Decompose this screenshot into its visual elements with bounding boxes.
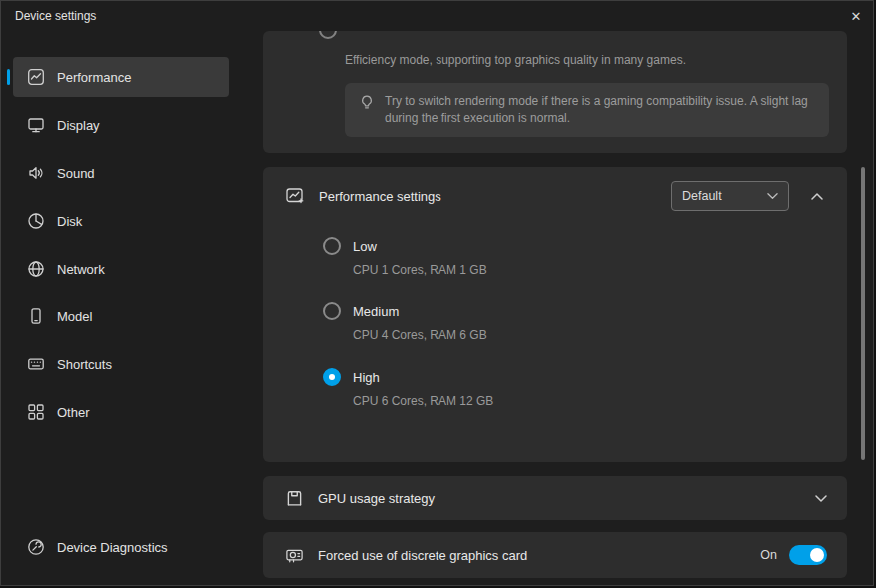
discrete-graphics-title: Forced use of discrete graphics card: [318, 548, 527, 563]
discrete-graphics-card: Forced use of discrete graphics card On: [263, 532, 847, 578]
gpu-usage-strategy-card[interactable]: GPU usage strategy: [263, 476, 847, 520]
performance-options: Low CPU 1 Cores, RAM 1 GB Medium CPU 4 C…: [263, 225, 847, 408]
device-diagnostics-button[interactable]: Device Diagnostics: [1, 527, 241, 567]
sidebar-item-label: Shortcuts: [57, 357, 112, 372]
titlebar: Device settings ✕: [1, 1, 873, 31]
option-medium-radio-row[interactable]: Medium: [323, 302, 847, 320]
shortcuts-icon: [27, 355, 45, 373]
chevron-down-icon: [767, 192, 778, 200]
chevron-up-icon: [811, 192, 823, 201]
option-medium: Medium CPU 4 Cores, RAM 6 GB: [323, 302, 847, 342]
sidebar-item-label: Network: [57, 262, 105, 277]
sound-icon: [27, 164, 45, 182]
sidebar-item-disk[interactable]: Disk: [13, 201, 229, 241]
network-icon: [27, 260, 45, 278]
option-high: High CPU 6 Cores, RAM 12 GB: [323, 368, 847, 408]
sidebar-item-shortcuts[interactable]: Shortcuts: [13, 344, 229, 384]
radio-selected-icon[interactable]: [323, 368, 341, 386]
performance-icon: [27, 68, 45, 86]
option-low-radio-row[interactable]: Low: [323, 237, 847, 255]
settings-content: Efficiency mode, supporting top graphics…: [241, 31, 873, 585]
sidebar-item-label: Other: [57, 405, 90, 420]
disk-icon: [27, 212, 45, 230]
sidebar-item-label: Performance: [57, 70, 131, 85]
option-low: Low CPU 1 Cores, RAM 1 GB: [323, 237, 847, 277]
display-icon: [27, 116, 45, 134]
performance-settings-card: Performance settings Default Low: [263, 167, 847, 462]
preset-dropdown[interactable]: Default: [671, 181, 789, 211]
diagnostics-icon: [27, 538, 45, 556]
sidebar-item-other[interactable]: Other: [13, 392, 229, 432]
graphics-card-icon: [285, 546, 304, 565]
sidebar: Performance Display Sound Disk Network M…: [1, 31, 241, 585]
expand-button[interactable]: [815, 494, 827, 503]
sidebar-item-label: Display: [57, 118, 100, 133]
option-detail: CPU 4 Cores, RAM 6 GB: [353, 328, 847, 342]
rendering-tip-box: Try to switch rendering mode if there is…: [345, 83, 829, 137]
rendering-mode-card: Efficiency mode, supporting top graphics…: [263, 31, 847, 153]
option-detail: CPU 6 Cores, RAM 12 GB: [353, 394, 847, 408]
toggle-knob: [810, 548, 824, 562]
gpu-strategy-title: GPU usage strategy: [318, 491, 435, 506]
window-title: Device settings: [15, 9, 96, 23]
sidebar-item-sound[interactable]: Sound: [13, 153, 229, 193]
option-label: Medium: [353, 304, 399, 319]
sidebar-item-network[interactable]: Network: [13, 249, 229, 289]
option-label: High: [353, 370, 380, 385]
sidebar-item-label: Disk: [57, 214, 82, 229]
model-icon: [27, 307, 45, 325]
rendering-mode-description: Efficiency mode, supporting top graphics…: [345, 53, 686, 67]
rendering-tip-text: Try to switch rendering mode if there is…: [385, 93, 815, 127]
performance-settings-header: Performance settings Default: [263, 167, 847, 225]
scrollbar-thumb[interactable]: [861, 167, 865, 460]
sidebar-item-performance[interactable]: Performance: [13, 57, 229, 97]
option-high-radio-row[interactable]: High: [323, 368, 847, 386]
preset-dropdown-value: Default: [682, 189, 722, 203]
rendering-mode-radio-partial[interactable]: [319, 31, 337, 39]
lightbulb-icon: [359, 94, 375, 110]
discrete-graphics-toggle[interactable]: [789, 545, 827, 565]
sidebar-item-model[interactable]: Model: [13, 296, 229, 336]
other-grid-icon: [27, 403, 45, 421]
radio-unselected-icon[interactable]: [323, 302, 341, 320]
sidebar-item-display[interactable]: Display: [13, 105, 229, 145]
gpu-strategy-icon: [285, 489, 304, 508]
performance-settings-title: Performance settings: [319, 189, 441, 204]
device-settings-window: Device settings ✕ Performance Display So…: [0, 0, 874, 586]
collapse-button[interactable]: [805, 184, 829, 208]
option-detail: CPU 1 Cores, RAM 1 GB: [353, 263, 847, 277]
sidebar-item-label: Sound: [57, 166, 95, 181]
footer-label: Device Diagnostics: [57, 540, 168, 555]
chevron-down-icon: [815, 494, 827, 503]
toggle-state-label: On: [760, 548, 777, 562]
close-icon[interactable]: ✕: [839, 1, 873, 31]
sidebar-item-label: Model: [57, 309, 92, 324]
performance-settings-icon: [285, 186, 305, 206]
radio-unselected-icon[interactable]: [323, 237, 341, 255]
option-label: Low: [353, 239, 377, 254]
